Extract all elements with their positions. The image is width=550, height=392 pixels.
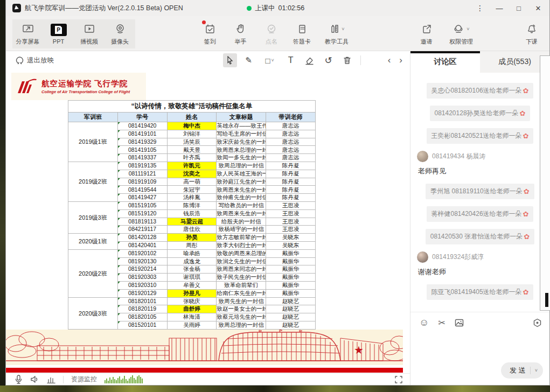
emoji-icon[interactable]: ☺ <box>419 317 429 328</box>
teaching-tools-button[interactable]: ˅ 教学工具 <box>317 19 356 48</box>
teacher-cell: 陈丹凝 <box>266 162 316 170</box>
cursor-tool-icon[interactable] <box>223 53 237 67</box>
teacher-cell: 王思凌 <box>266 226 316 234</box>
exit-slideshow-button[interactable]: 退出放映 <box>16 56 54 65</box>
text-tool-icon[interactable]: T <box>284 53 298 67</box>
student-id-cell: 081820119 <box>117 305 167 313</box>
eraser-tool-icon[interactable] <box>303 53 317 67</box>
prev-slide-button[interactable]: ‹ <box>388 55 391 66</box>
permissions-icon: ˅ <box>452 23 469 36</box>
college-logo: 航空运输学院 飞行学院 College of Air Transportatio… <box>11 73 146 100</box>
student-name-cell: 戴天昱 <box>167 146 217 154</box>
fullscreen-icon[interactable] <box>395 376 402 383</box>
gift-message-text: 081420128孙昊送给老师一朵 <box>435 109 519 118</box>
teacher-cell: 唐志远 <box>266 154 316 162</box>
table-row: 2019级3班081519105陈博洋写给教员的一封信王思凌 <box>68 201 316 209</box>
student-name-cell: 张晓庆 <box>167 297 217 305</box>
chat-input-area: ☺ ✂ 发 送 ˅ <box>410 312 549 385</box>
next-slide-button[interactable]: › <box>399 55 402 66</box>
roster-table-body: “以诗传情，致敬英雄”活动稿件征集名单军训班学号姓名文章标题带训老师2019级1… <box>68 101 316 330</box>
slide-canvas[interactable]: 航空运输学院 飞行学院 College of Air Transportatio… <box>6 69 410 373</box>
article-title-cell: 致闻一多先生的一封信 <box>217 154 266 162</box>
college-name-en: College of Air Transportation College of… <box>41 89 130 94</box>
permissions-button[interactable]: ˅ 权限管理 <box>442 19 481 48</box>
trash-icon[interactable] <box>340 53 354 67</box>
microphone-icon[interactable] <box>15 375 23 384</box>
screenshot-scissors-icon[interactable]: ✂ <box>438 318 445 328</box>
article-title-cell: 致润之先生的一封信 <box>217 257 266 265</box>
answer-card-icon <box>297 23 308 36</box>
camera-button[interactable]: 摄像头 <box>105 19 135 48</box>
send-options-chevron-icon[interactable]: ˅ <box>535 368 538 373</box>
student-id-cell: 081820105 <box>117 313 167 321</box>
undo-icon[interactable]: ↺ <box>322 53 336 67</box>
ppt-button[interactable]: P PPT <box>43 19 74 48</box>
flyout-handle[interactable] <box>545 293 548 307</box>
student-id-cell: 081419101 <box>117 130 167 138</box>
desktop-background-bottom <box>0 386 550 392</box>
teacher-cell: 戴振华 <box>266 281 316 289</box>
play-video-button[interactable]: 播视频 <box>74 19 105 48</box>
raise-hand-button[interactable]: 举手 <box>225 19 256 48</box>
end-class-button[interactable]: 下课 <box>518 19 545 48</box>
student-name-cell: 朱冠宇 <box>167 186 217 194</box>
settings-gear-icon[interactable] <box>533 318 542 327</box>
student-id-cell: 081420128 <box>117 234 167 242</box>
share-screen-button[interactable]: 分享屏幕 <box>12 19 43 48</box>
maximize-button[interactable]: □ <box>512 2 526 15</box>
student-id-cell: 081820101 <box>117 297 167 305</box>
student-name-cell: 汤笑辰 <box>167 138 217 146</box>
tab-members[interactable]: 成员(553) <box>480 51 549 73</box>
teacher-cell: 唐志远 <box>266 122 316 130</box>
invite-button[interactable]: 邀请 <box>411 19 442 48</box>
student-id-cell: 081920303 <box>117 274 167 282</box>
column-header: 军训班 <box>68 113 118 122</box>
avatar <box>417 251 428 263</box>
roll-call-icon <box>266 23 277 36</box>
shape-tool-icon[interactable]: □˅ <box>261 53 279 67</box>
gift-message-text: 蒋梓健081420426送给老师一朵 <box>431 209 522 219</box>
article-title-cell: 致仲甫先生的一封信 <box>217 194 266 202</box>
student-id-cell: 081919135 <box>117 162 167 170</box>
pen-tool-icon[interactable]: ✎ <box>242 53 256 67</box>
student-name-cell: 林海清 <box>167 313 217 321</box>
gift-message: 081420128孙昊送给老师一朵✿ <box>430 106 531 121</box>
article-title-cell: 致宋庆龄先生的一封信 <box>217 138 266 146</box>
student-name-cell: 成逸龙 <box>167 257 217 265</box>
stats-icon[interactable] <box>47 375 55 383</box>
teacher-cell: 戴振华 <box>266 265 316 274</box>
gift-message: 王奕彬081420521送给老师一朵✿ <box>427 128 534 144</box>
minimize-button[interactable]: — <box>492 2 506 15</box>
roll-call-button[interactable]: 点名 <box>256 19 287 48</box>
gift-message-text: 吴忠心081820106送给老师一朵 <box>431 86 522 95</box>
star-motif: ★ <box>354 344 364 356</box>
student-name-cell: 孙昱凡 <box>167 289 217 297</box>
student-id-cell: 081419427 <box>117 194 167 202</box>
right-edge-flyout[interactable] <box>540 55 550 311</box>
flower-icon: ✿ <box>520 109 526 117</box>
class-timer: 01:02:56 <box>279 4 305 12</box>
gift-message: 081420530 张君怡送给老师一朵✿ <box>426 229 534 244</box>
sign-in-button[interactable]: 签到 <box>194 19 225 48</box>
message-input[interactable] <box>410 331 549 362</box>
teacher-cell: 戴振华 <box>266 274 316 282</box>
answer-card-button[interactable]: 答题卡 <box>287 19 317 48</box>
speaker-icon[interactable] <box>30 375 39 383</box>
teacher-cell: 赵晓艺 <box>266 297 316 305</box>
close-button[interactable]: ✕ <box>531 2 545 15</box>
student-id-cell: 081819113 <box>117 218 167 226</box>
class-cell: 2019级3班 <box>68 201 118 233</box>
more-menu-icon[interactable]: ⋮ <box>473 2 487 15</box>
student-name-cell: 谢琪琪 <box>167 274 217 282</box>
article-title-cell: 给殷夫的一封信 <box>217 218 266 226</box>
teacher-cell: 戴振华 <box>266 257 316 265</box>
titlebar: 航飞学院军训——党团活动 Ver(2.2.0.15 Beta) OPEN 上课中… <box>6 0 549 16</box>
student-id-cell: 081420401 <box>117 241 167 249</box>
student-name-cell: 马梁云超 <box>167 218 217 226</box>
tab-discussion[interactable]: 讨论区 <box>410 51 480 73</box>
send-button[interactable]: 发 送 ˅ <box>501 362 543 379</box>
teacher-cell: 赵晓艺 <box>266 313 316 321</box>
slide-toolbar: 退出放映 ✎ □˅ T ↺ <box>6 51 410 69</box>
chat-message-list[interactable]: 吴忠心081820106送给老师一朵✿081420128孙昊送给老师一朵✿王奕彬… <box>410 73 549 312</box>
image-icon[interactable] <box>455 319 464 327</box>
